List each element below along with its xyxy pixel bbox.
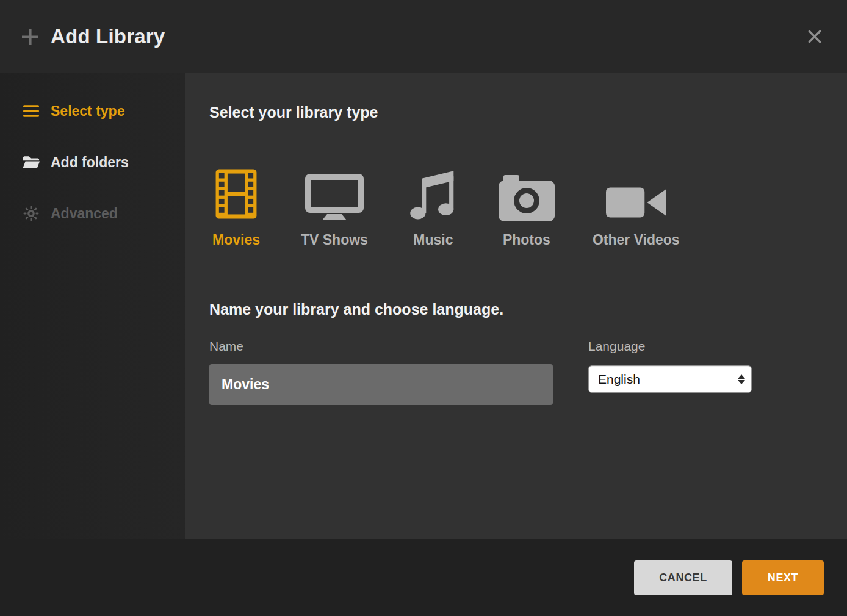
type-label: Photos	[503, 232, 550, 248]
type-item-tv-shows[interactable]: TV Shows	[301, 167, 368, 248]
name-language-row: Name Language English	[209, 339, 823, 405]
tv-icon	[305, 167, 364, 221]
language-field-label: Language	[588, 339, 752, 354]
close-icon[interactable]	[806, 27, 824, 46]
music-note-icon	[406, 167, 461, 221]
language-field-group: Language English	[588, 339, 752, 405]
type-item-music[interactable]: Music	[406, 167, 461, 248]
steps-sidebar: Select type Add folders	[0, 73, 185, 539]
language-selected-value: English	[598, 372, 640, 387]
sidebar-item-label: Select type	[51, 103, 124, 120]
dialog-title: Add Library	[51, 25, 165, 48]
type-item-other-videos[interactable]: Other Videos	[593, 167, 680, 248]
dialog-footer: CANCEL NEXT	[0, 539, 847, 616]
video-camera-icon	[606, 167, 666, 221]
type-label: Other Videos	[593, 232, 680, 248]
plus-icon	[22, 29, 38, 45]
sidebar-item-select-type[interactable]: Select type	[0, 85, 185, 137]
type-section-title: Select your library type	[209, 104, 823, 121]
type-item-movies[interactable]: Movies	[209, 167, 263, 248]
type-label: Movies	[212, 232, 260, 248]
dialog-body: Select type Add folders	[0, 73, 847, 539]
film-strip-icon	[209, 167, 263, 221]
name-field-label: Name	[209, 339, 553, 354]
library-type-row: Movies TV Shows	[209, 167, 823, 248]
type-label: TV Shows	[301, 232, 368, 248]
library-name-input[interactable]	[209, 364, 553, 405]
gear-icon	[22, 206, 40, 221]
main-panel: Select your library type	[185, 73, 847, 539]
sidebar-item-label: Advanced	[51, 206, 118, 222]
camera-icon	[499, 167, 555, 221]
sidebar-item-advanced[interactable]: Advanced	[0, 188, 185, 239]
add-library-dialog: Add Library Select type	[0, 0, 847, 616]
language-select[interactable]: English	[588, 365, 752, 393]
cancel-button[interactable]: CANCEL	[634, 560, 732, 595]
name-field-group: Name	[209, 339, 553, 405]
type-label: Music	[413, 232, 453, 248]
sidebar-item-label: Add folders	[51, 154, 129, 171]
dialog-header: Add Library	[0, 0, 847, 73]
list-lines-icon	[22, 104, 40, 118]
sidebar-item-add-folders[interactable]: Add folders	[0, 137, 185, 188]
type-item-photos[interactable]: Photos	[499, 167, 555, 248]
folder-icon	[22, 155, 40, 170]
select-spinner-icon	[738, 374, 745, 384]
name-section-title: Name your library and choose language.	[209, 301, 823, 318]
next-button[interactable]: NEXT	[742, 560, 824, 595]
